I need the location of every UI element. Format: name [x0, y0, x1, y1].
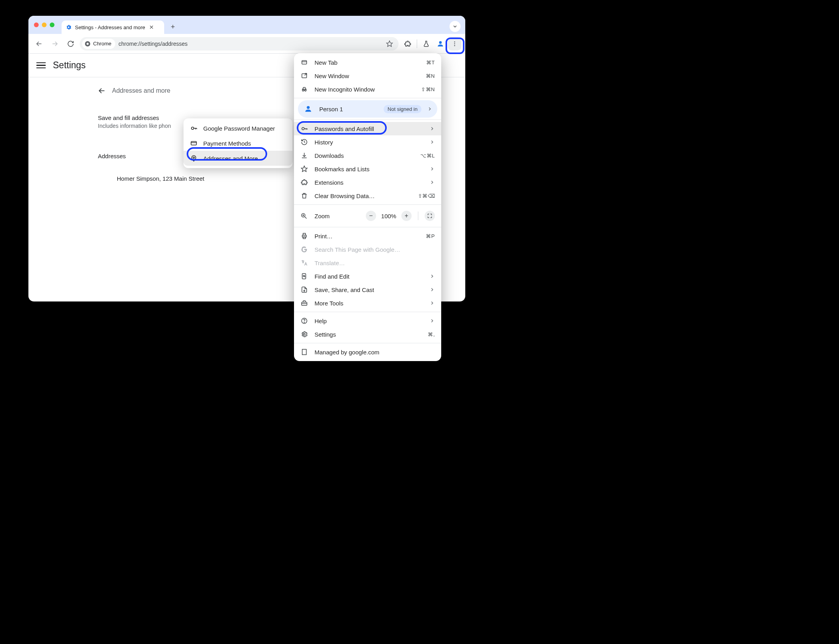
kebab-menu-button[interactable] [448, 37, 461, 51]
site-chip[interactable]: Chrome [82, 39, 115, 49]
zoom-in-button[interactable]: + [401, 211, 412, 221]
svg-rect-36 [303, 237, 305, 239]
bookmark-star-icon[interactable] [386, 40, 396, 47]
back-arrow-icon[interactable] [98, 87, 106, 95]
menu-label: New Tab [315, 59, 420, 66]
svg-point-3 [86, 43, 88, 45]
menu-find-edit[interactable]: Find and Edit [294, 270, 441, 283]
svg-marker-29 [302, 166, 307, 172]
hamburger-icon[interactable] [36, 61, 46, 70]
menu-new-incognito[interactable]: New Incognito Window ⇧⌘N [294, 82, 441, 96]
reload-button[interactable] [64, 37, 77, 51]
window-close[interactable] [34, 22, 39, 27]
translate-icon [300, 259, 308, 266]
submenu-label: Google Password Manager [203, 125, 275, 132]
site-chip-label: Chrome [93, 41, 111, 47]
menu-shortcut: ⌘N [426, 73, 435, 79]
svg-rect-37 [302, 273, 306, 279]
menu-profile[interactable]: Person 1 Not signed in [298, 100, 437, 118]
menu-label: Bookmarks and Lists [315, 166, 423, 172]
menu-print[interactable]: Print… ⌘P [294, 229, 441, 243]
menu-help[interactable]: Help [294, 314, 441, 328]
card-icon [190, 140, 198, 147]
key-icon [300, 125, 308, 132]
menu-extensions[interactable]: Extensions [294, 176, 441, 189]
chevron-right-icon [429, 287, 435, 292]
extensions-icon[interactable] [401, 37, 414, 51]
menu-label: Help [315, 318, 423, 324]
svg-point-22 [305, 90, 306, 91]
chevron-right-icon [429, 126, 435, 131]
menu-history[interactable]: History [294, 135, 441, 149]
new-window-icon [300, 72, 308, 79]
fullscreen-button[interactable] [425, 211, 435, 221]
menu-label: Find and Edit [315, 273, 423, 280]
tab-title: Settings - Addresses and more [75, 24, 146, 30]
close-tab-icon[interactable]: ✕ [149, 24, 154, 30]
breadcrumb-label: Addresses and more [112, 87, 170, 94]
submenu-addresses-more[interactable]: Addresses and More [184, 151, 292, 166]
key-icon [190, 125, 198, 132]
menu-settings[interactable]: Settings ⌘, [294, 328, 441, 341]
menu-clear-browsing[interactable]: Clear Browsing Data… ⇧⌘⌫ [294, 189, 441, 202]
toolbar-divider [417, 39, 417, 48]
window-maximize[interactable] [50, 22, 54, 27]
zoom-divider [418, 212, 418, 220]
labs-icon[interactable] [420, 37, 433, 51]
back-button[interactable] [32, 37, 46, 51]
find-icon [300, 273, 308, 280]
svg-point-45 [303, 333, 305, 335]
menu-label: Save, Share, and Cast [315, 286, 423, 293]
menu-label: Search This Page with Google… [315, 246, 435, 253]
history-icon [300, 139, 308, 146]
svg-point-44 [304, 322, 304, 322]
menu-label: Passwords and Autofill [315, 125, 423, 132]
puzzle-icon [300, 179, 308, 186]
svg-rect-14 [191, 142, 197, 145]
chevron-right-icon [429, 318, 435, 324]
svg-point-24 [307, 106, 309, 109]
forward-button[interactable] [48, 37, 62, 51]
menu-more-tools[interactable]: More Tools [294, 296, 441, 310]
menu-new-tab[interactable]: New Tab ⌘T [294, 56, 441, 69]
print-icon [300, 232, 308, 240]
location-pin-icon [190, 155, 198, 162]
svg-rect-35 [303, 233, 305, 235]
submenu-label: Addresses and More [203, 155, 258, 162]
svg-point-7 [454, 43, 455, 44]
submenu-password-manager[interactable]: Google Password Manager [184, 121, 292, 136]
chevron-right-icon [429, 273, 435, 279]
tab-list-button[interactable] [449, 21, 461, 32]
svg-point-16 [193, 157, 195, 159]
menu-zoom: Zoom − 100% + [294, 207, 441, 225]
menu-search-google: Search This Page with Google… [294, 243, 441, 256]
menu-passwords-autofill[interactable]: Passwords and Autofill [294, 122, 441, 135]
menu-shortcut: ⌥⌘L [420, 153, 435, 159]
trash-icon [300, 192, 308, 199]
window-minimize[interactable] [42, 22, 47, 27]
chevron-right-icon [429, 180, 435, 185]
profile-avatar-icon[interactable] [434, 37, 447, 51]
menu-managed-by[interactable]: Managed by google.com [294, 345, 441, 359]
menu-new-window[interactable]: New Window ⌘N [294, 69, 441, 82]
svg-point-6 [454, 41, 455, 43]
svg-point-10 [191, 127, 194, 129]
svg-point-25 [302, 127, 304, 130]
menu-separator [294, 343, 441, 343]
menu-label: Managed by google.com [315, 349, 435, 356]
menu-downloads[interactable]: Downloads ⌥⌘L [294, 149, 441, 162]
svg-line-31 [305, 217, 307, 219]
omnibox[interactable]: Chrome chrome://settings/addresses [80, 37, 399, 51]
browser-tab[interactable]: Settings - Addresses and more ✕ [62, 21, 164, 34]
menu-label: New Incognito Window [315, 86, 415, 93]
submenu-payment-methods[interactable]: Payment Methods [184, 136, 292, 151]
autofill-submenu: Google Password Manager Payment Methods … [184, 118, 292, 168]
menu-bookmarks[interactable]: Bookmarks and Lists [294, 162, 441, 176]
zoom-out-button[interactable]: − [366, 211, 376, 221]
menu-separator [294, 204, 441, 205]
profile-name: Person 1 [319, 106, 378, 112]
menu-label: More Tools [315, 300, 423, 307]
menu-translate: Translate… [294, 256, 441, 270]
menu-save-share-cast[interactable]: Save, Share, and Cast [294, 283, 441, 296]
new-tab-button[interactable]: + [167, 21, 178, 32]
